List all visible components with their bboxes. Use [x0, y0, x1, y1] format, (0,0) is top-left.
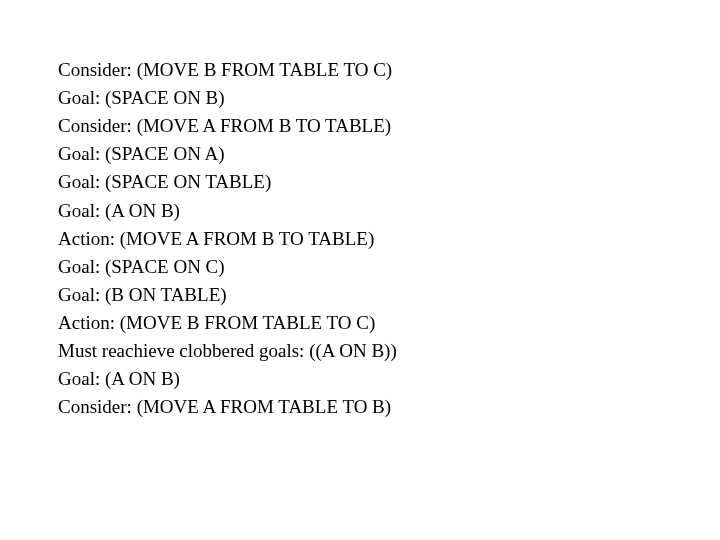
- trace-line: Goal: (SPACE ON TABLE): [58, 168, 720, 196]
- trace-line: Goal: (A ON B): [58, 197, 720, 225]
- trace-line: Consider: (MOVE A FROM B TO TABLE): [58, 112, 720, 140]
- trace-line: Action: (MOVE B FROM TABLE TO C): [58, 309, 720, 337]
- trace-line: Goal: (B ON TABLE): [58, 281, 720, 309]
- trace-line: Goal: (SPACE ON B): [58, 84, 720, 112]
- trace-line: Consider: (MOVE A FROM TABLE TO B): [58, 393, 720, 421]
- trace-line: Goal: (SPACE ON A): [58, 140, 720, 168]
- planner-trace-block: Consider: (MOVE B FROM TABLE TO C) Goal:…: [58, 56, 720, 421]
- trace-line: Action: (MOVE A FROM B TO TABLE): [58, 225, 720, 253]
- trace-line: Consider: (MOVE B FROM TABLE TO C): [58, 56, 720, 84]
- trace-line: Goal: (A ON B): [58, 365, 720, 393]
- trace-line: Goal: (SPACE ON C): [58, 253, 720, 281]
- trace-line: Must reachieve clobbered goals: ((A ON B…: [58, 337, 720, 365]
